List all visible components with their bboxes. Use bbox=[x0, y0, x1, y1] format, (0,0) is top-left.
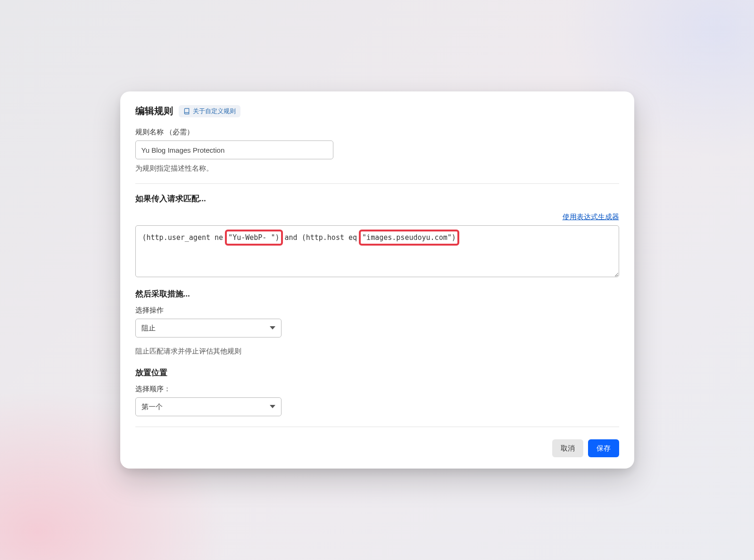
about-custom-rules-badge[interactable]: 关于自定义规则 bbox=[179, 105, 240, 117]
placement-heading: 放置位置 bbox=[135, 367, 619, 378]
edit-rule-modal: 编辑规则 关于自定义规则 规则名称 （必需） Yu Blog Images Pr… bbox=[120, 91, 634, 469]
cancel-button[interactable]: 取消 bbox=[552, 439, 583, 457]
expr-part: (http.user_agent ne bbox=[142, 233, 228, 242]
placement-section: 放置位置 选择顺序： 第一个 bbox=[135, 367, 619, 416]
action-section: 然后采取措施... 选择操作 阻止 阻止匹配请求并停止评估其他规则 bbox=[135, 288, 619, 356]
expr-highlight-user-agent: "Yu-WebP- ") bbox=[227, 231, 280, 244]
action-select-label: 选择操作 bbox=[135, 306, 619, 315]
save-button[interactable]: 保存 bbox=[588, 439, 619, 457]
badge-label: 关于自定义规则 bbox=[193, 107, 236, 115]
match-section: 如果传入请求匹配... 使用表达式生成器 (http.user_agent ne… bbox=[135, 193, 619, 277]
caret-down-icon bbox=[270, 403, 275, 411]
expression-content: (http.user_agent ne "Yu-WebP- ") and (ht… bbox=[142, 231, 612, 244]
placement-select[interactable]: 第一个 bbox=[135, 397, 282, 416]
rule-name-input[interactable]: Yu Blog Images Protection bbox=[135, 140, 333, 159]
expression-generator-link[interactable]: 使用表达式生成器 bbox=[563, 213, 619, 222]
modal-header: 编辑规则 关于自定义规则 bbox=[135, 105, 619, 117]
expression-textarea[interactable]: (http.user_agent ne "Yu-WebP- ") and (ht… bbox=[135, 225, 619, 277]
modal-footer: 取消 保存 bbox=[135, 436, 619, 457]
action-select[interactable]: 阻止 bbox=[135, 319, 282, 338]
divider bbox=[135, 427, 619, 427]
match-heading: 如果传入请求匹配... bbox=[135, 193, 619, 204]
action-heading: 然后采取措施... bbox=[135, 288, 619, 299]
action-selected-value: 阻止 bbox=[141, 324, 156, 333]
expression-toolbar: 使用表达式生成器 bbox=[135, 213, 619, 222]
placement-select-label: 选择顺序： bbox=[135, 385, 619, 394]
expr-highlight-host: "images.pseudoyu.com") bbox=[361, 231, 457, 244]
rule-name-value: Yu Blog Images Protection bbox=[141, 146, 225, 154]
placement-selected-value: 第一个 bbox=[141, 403, 163, 412]
rule-name-helper: 为规则指定描述性名称。 bbox=[135, 164, 619, 173]
rule-name-section: 规则名称 （必需） Yu Blog Images Protection 为规则指… bbox=[135, 128, 619, 173]
action-helper: 阻止匹配请求并停止评估其他规则 bbox=[135, 347, 619, 356]
rule-name-label: 规则名称 （必需） bbox=[135, 128, 619, 137]
divider bbox=[135, 183, 619, 184]
expr-part: and (http.host eq bbox=[281, 233, 362, 242]
modal-title: 编辑规则 bbox=[135, 105, 173, 117]
resize-handle-icon[interactable] bbox=[612, 270, 618, 276]
caret-down-icon bbox=[270, 324, 275, 332]
book-icon bbox=[183, 108, 190, 115]
